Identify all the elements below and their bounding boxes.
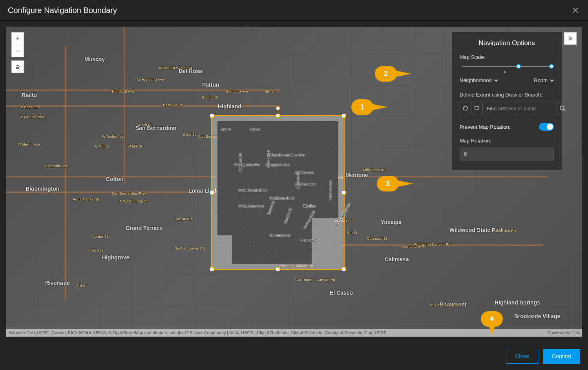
street-label: Highland Ave <box>112 89 134 93</box>
city-label: Mentone <box>345 172 368 178</box>
street-label: Cherry Valley Blvd <box>430 303 461 307</box>
city-label: Patton <box>202 82 219 88</box>
callout-1: 1 <box>351 99 388 115</box>
street-label: Center St <box>92 235 108 239</box>
street-label: Oak Glen Rd <box>495 229 516 233</box>
map-rotation-input[interactable] <box>460 148 554 160</box>
draw-polygon-button[interactable] <box>460 102 471 115</box>
street-label: W Mill St <box>94 144 109 148</box>
city-label: Muscoy <box>84 56 105 62</box>
plus-icon: + <box>16 35 20 43</box>
street-label: E Washington St <box>120 199 148 203</box>
svg-point-1 <box>560 106 564 110</box>
scale-max-select[interactable]: Room <box>534 77 554 83</box>
street-label: Iowa Ave <box>88 248 103 252</box>
street-label: W Foothill Blvd <box>20 115 46 119</box>
rectangle-icon <box>474 105 480 111</box>
city-label: Rialto <box>22 92 37 98</box>
resize-handle-se[interactable] <box>342 267 346 271</box>
zoom-controls: + − <box>11 32 24 73</box>
street-label: Redlands Blvd <box>270 196 294 200</box>
toggle-knob <box>547 124 553 130</box>
street-label: W Base Line <box>20 105 41 109</box>
street-label: W 5th St <box>137 123 152 127</box>
resize-handle-e[interactable] <box>342 191 346 195</box>
chevron-down-icon <box>550 78 554 82</box>
search-input[interactable] <box>483 102 557 115</box>
road-line <box>124 27 125 184</box>
scale-slider-thumb-min[interactable] <box>516 64 521 69</box>
street-label: Pacific St <box>202 95 218 99</box>
scale-min-select[interactable]: Neighborhood <box>460 77 498 83</box>
map-scale-label: Map Scale: <box>460 54 554 60</box>
resize-handle-n[interactable] <box>276 114 280 118</box>
resize-handle-nw[interactable] <box>210 114 214 118</box>
map-viewport[interactable]: San BernardinoRiversideRialtoMuscoyDel R… <box>6 27 582 337</box>
street-label: Wildwood Canyon Rd <box>414 242 450 246</box>
street-label: San Timoteo Canyon Rd <box>294 278 335 282</box>
home-extent-button[interactable] <box>11 60 24 73</box>
zoom-out-button[interactable]: − <box>11 45 24 57</box>
city-label: Highgrove <box>102 254 129 261</box>
street-label: W Merrill Ave <box>18 142 40 146</box>
confirm-button[interactable]: Confirm <box>543 349 580 364</box>
resize-handle-ne[interactable] <box>342 114 346 118</box>
street-label: Barton Rd <box>175 217 192 221</box>
dialog-titlebar: Configure Navigation Boundary <box>0 0 588 21</box>
navigation-options-panel: Navigation Options Map Scale: ▲ Neighbor… <box>452 32 562 170</box>
street-label: W Lugonia Ave <box>234 163 259 167</box>
street-label: Highland Ave <box>226 89 248 93</box>
resize-handle-sw[interactable] <box>210 267 214 271</box>
extent-label: Define Extent using Draw or Search: <box>460 92 554 98</box>
street-label: 3rd St <box>77 284 87 288</box>
extent-rectangle[interactable]: 3rd St6th St5th Ave4th StAlabama StOrang… <box>211 115 345 270</box>
city-label: Calimesa <box>385 256 409 262</box>
configure-navigation-boundary-dialog: Configure Navigation Boundary San Bernar… <box>0 0 588 370</box>
street-label: 4th St <box>303 204 313 208</box>
map-scale-slider[interactable]: ▲ <box>460 64 554 75</box>
zoom-in-button[interactable]: + <box>11 32 24 45</box>
street-label: Baseline St <box>163 103 182 107</box>
street-label: 6th St <box>265 89 275 93</box>
close-icon <box>572 7 579 13</box>
scale-min-label: Neighborhood <box>460 77 492 83</box>
resize-handle-s[interactable] <box>276 267 280 271</box>
prevent-rotation-toggle[interactable] <box>539 123 554 131</box>
city-label: El Casco <box>330 290 353 296</box>
street-label: 5th St <box>347 231 357 235</box>
search-button[interactable] <box>557 102 568 115</box>
scale-slider-thumb-max[interactable] <box>549 64 554 69</box>
street-label: E Sunset Dr <box>299 239 319 242</box>
extent-imagery-preview <box>217 121 338 264</box>
draw-rectangle-button[interactable] <box>471 102 483 115</box>
chevron-down-icon <box>494 78 498 82</box>
street-label: 6th St <box>250 128 260 131</box>
chevron-double-right-icon <box>568 36 573 41</box>
callout-2-number: 2 <box>384 70 388 78</box>
collapse-panel-button[interactable] <box>564 32 577 45</box>
callout-4: 4 <box>481 311 503 339</box>
city-label: Riverside <box>45 280 70 286</box>
close-button[interactable]: Close <box>506 349 538 364</box>
city-label: Yucaipa <box>381 219 402 225</box>
city-label: Highland <box>218 103 241 109</box>
street-label: E 3rd St <box>183 133 196 137</box>
street-label: San Bernardino Fwy <box>112 191 146 195</box>
svg-rect-0 <box>475 107 479 110</box>
street-label: E Lugonia Ave <box>266 163 290 167</box>
street-label: E San Bernardino Ave <box>268 153 305 157</box>
resize-handle-w[interactable] <box>210 191 214 195</box>
home-icon <box>15 64 21 70</box>
callout-3: 3 <box>377 176 413 191</box>
dialog-close-button[interactable] <box>571 5 580 15</box>
city-label: Highland Springs <box>495 299 540 306</box>
city-label: Brookside Village <box>514 313 560 319</box>
street-label: E Citrus Ave <box>295 182 316 186</box>
rotate-handle[interactable] <box>276 106 280 110</box>
search-icon <box>559 105 566 111</box>
callout-3-number: 3 <box>386 180 390 188</box>
street-label: Agua Mansa Rd <box>73 197 99 201</box>
city-label: Grand Terrace <box>126 225 163 231</box>
street-label: Reche Canyon Rd <box>175 246 205 250</box>
scale-slider-marker: ▲ <box>503 69 507 73</box>
